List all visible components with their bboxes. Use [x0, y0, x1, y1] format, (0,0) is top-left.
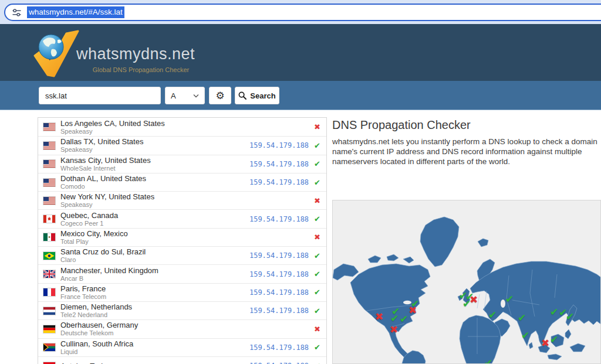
- server-provider: Comodo: [60, 183, 146, 190]
- server-provider: Tele2 Nederland: [60, 311, 132, 319]
- page-description: whatsmydns.net lets you instantly perfor…: [332, 137, 600, 166]
- flag-gb-icon: [43, 270, 55, 278]
- url-text[interactable]: whatsmydns.net/#A/ssk.lat: [27, 6, 124, 18]
- flag-de-icon: [43, 325, 55, 333]
- flag-us-icon: [43, 123, 55, 131]
- check-icon: ✔: [314, 160, 320, 168]
- logo-globe-check-icon[interactable]: [31, 29, 81, 80]
- tune-icon[interactable]: [12, 8, 22, 18]
- server-row[interactable]: Santa Cruz do Sul, BrazilClaro159.54.179…: [38, 246, 326, 264]
- server-row[interactable]: Dothan AL, United StatesComodo159.54.179…: [38, 173, 326, 191]
- map-check-icon: ✔: [550, 335, 558, 345]
- server-row[interactable]: Kansas City, United StatesWholeSale Inte…: [38, 155, 326, 173]
- check-icon: ✔: [314, 142, 320, 149]
- check-icon: ✔: [314, 362, 320, 364]
- server-row[interactable]: New York NY, United StatesSpeakeasy✖: [38, 191, 326, 209]
- server-row[interactable]: Manchester, United KingdomAncar B159.54.…: [38, 264, 326, 283]
- server-location: Santa Cruz do Sul, Brazil: [60, 247, 146, 256]
- check-icon: ✔: [314, 252, 320, 260]
- chevron-down-icon: [193, 94, 199, 98]
- server-ip: 159.54.179.188: [249, 343, 309, 352]
- map-cross-icon: ✖: [541, 338, 549, 348]
- map-cross-icon: ✖: [390, 325, 398, 335]
- brand-title[interactable]: whatsmydns.net: [76, 45, 195, 63]
- server-location: Los Angeles CA, United States: [60, 119, 165, 128]
- domain-search-input[interactable]: [39, 87, 161, 104]
- flag-us-icon: [43, 197, 55, 205]
- map-check-icon: ✔: [488, 310, 497, 320]
- site-header: whatsmydns.net Global DNS Propagation Ch…: [0, 24, 601, 81]
- flag-nl-icon: [43, 307, 55, 315]
- server-provider: Ancar B: [60, 275, 158, 283]
- server-ip: 159.54.179.188: [249, 160, 309, 168]
- server-location: Quebec, Canada: [60, 211, 118, 220]
- map-check-icon: ✔: [505, 294, 514, 304]
- map-check-icon: ✔: [484, 358, 492, 364]
- server-provider: Cogeco Peer 1: [60, 220, 118, 227]
- server-location: Cullinan, South Africa: [60, 339, 133, 348]
- check-icon: ✔: [314, 343, 320, 351]
- brand-tagline: Global DNS Propagation Checker: [77, 66, 205, 73]
- check-icon: ✔: [314, 270, 320, 278]
- server-location: Mexico City, Mexico: [60, 229, 128, 238]
- map-check-icon: ✔: [390, 314, 399, 324]
- server-row[interactable]: Diemen, NetherlandsTele2 Nederland159.54…: [38, 301, 326, 319]
- map-check-icon: ✔: [550, 307, 558, 317]
- gear-icon: ⚙: [215, 91, 224, 101]
- flag-ca-icon: [43, 215, 55, 223]
- page: whatsmydns.net/#A/ssk.lat whatsmydns.net…: [0, 0, 601, 364]
- flag-mx-icon: [43, 233, 55, 241]
- server-ip: 159.54.179.188: [249, 178, 309, 186]
- map-cross-icon: ✖: [375, 312, 383, 322]
- world-map-graphic: [333, 200, 601, 364]
- cross-icon: ✖: [314, 325, 320, 333]
- server-provider: Liquid: [60, 348, 133, 356]
- record-type-select[interactable]: A: [165, 87, 205, 104]
- server-ip: 159.54.179.188: [249, 307, 309, 315]
- search-icon: [238, 91, 247, 100]
- server-row[interactable]: Los Angeles CA, United StatesSpeakeasy✖: [38, 118, 326, 136]
- server-provider: Speakeasy: [60, 128, 165, 135]
- map-check-icon: ✔: [566, 312, 574, 322]
- server-location: Oberhausen, Germany: [60, 321, 138, 329]
- flag-tr-icon: [43, 362, 55, 364]
- search-button[interactable]: Search: [235, 87, 279, 104]
- server-location: Diemen, Netherlands: [60, 302, 132, 311]
- server-ip: 159.54.179.188: [249, 288, 309, 297]
- server-provider: Speakeasy: [60, 201, 154, 209]
- map-cross-icon: ✖: [408, 305, 417, 315]
- flag-br-icon: [43, 252, 55, 260]
- server-row[interactable]: Oberhausen, GermanyDeutsche Telekom✖: [38, 319, 326, 338]
- map-check-icon: ✔: [518, 313, 526, 323]
- server-row[interactable]: Cullinan, South AfricaLiquid159.54.179.1…: [38, 338, 326, 356]
- server-row[interactable]: Quebec, CanadaCogeco Peer 1159.54.179.18…: [38, 209, 326, 227]
- server-location: Kansas City, United States: [60, 156, 151, 165]
- server-location: Dallas TX, United States: [60, 137, 143, 146]
- server-location: Dothan AL, United States: [60, 174, 146, 183]
- check-icon: ✔: [314, 215, 320, 223]
- url-bar[interactable]: whatsmydns.net/#A/ssk.lat: [4, 4, 601, 21]
- server-row[interactable]: Paris, FranceFrance Telecom159.54.179.18…: [38, 283, 326, 301]
- server-row[interactable]: Antalya, Turkey159.54.179.188✔: [38, 356, 326, 364]
- world-map: ✖✔✔✔✔✖✖✔✔✖✔✔✔✔✔✔✔✔✖✔✔: [332, 200, 601, 364]
- server-ip: 159.54.179.188: [249, 362, 309, 364]
- server-ip: 159.54.179.188: [249, 215, 309, 223]
- flag-za-icon: [43, 343, 55, 351]
- flag-us-icon: [43, 160, 55, 168]
- server-row[interactable]: Dallas TX, United StatesSpeakeasy159.54.…: [38, 136, 326, 154]
- check-icon: ✔: [314, 307, 320, 315]
- map-check-icon: ✔: [400, 314, 408, 324]
- browser-topbar: whatsmydns.net/#A/ssk.lat: [0, 0, 601, 24]
- search-band: A ⚙ Search: [0, 81, 601, 110]
- flag-us-icon: [43, 142, 55, 149]
- options-gear-button[interactable]: ⚙: [209, 87, 231, 104]
- search-button-label: Search: [250, 91, 275, 100]
- check-icon: ✔: [314, 179, 320, 186]
- server-row[interactable]: Mexico City, MexicoTotal Play✖: [38, 228, 326, 246]
- server-ip: 159.54.179.188: [249, 251, 309, 260]
- server-location: Manchester, United Kingdom: [60, 266, 158, 275]
- server-location: New York NY, United States: [60, 192, 154, 201]
- page-title: DNS Propagation Checker: [332, 118, 471, 132]
- map-check-icon: ✔: [521, 331, 529, 341]
- check-icon: ✔: [314, 288, 320, 296]
